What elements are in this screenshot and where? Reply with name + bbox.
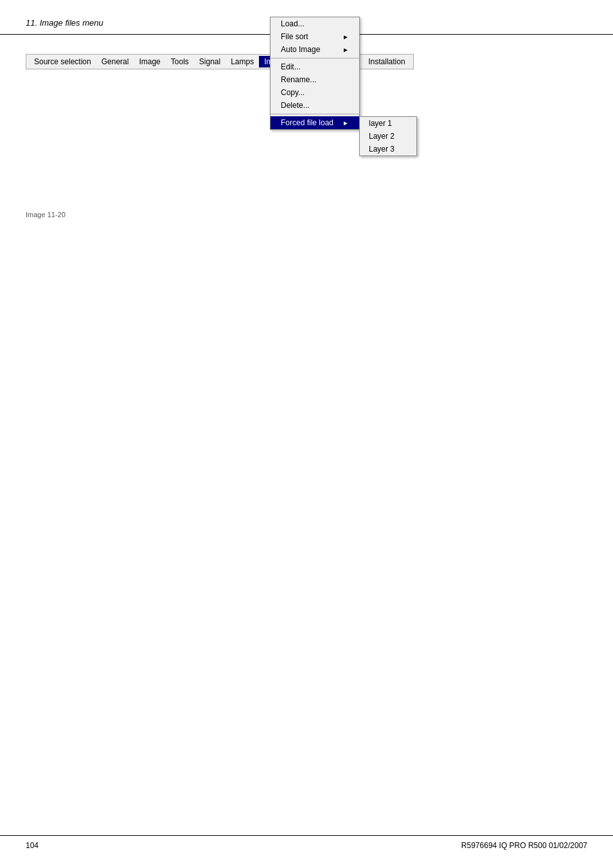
- dropdown-item-edit[interactable]: Edit...: [271, 60, 359, 73]
- menubar-item-general[interactable]: General: [96, 56, 134, 67]
- submenu-item-layer3[interactable]: Layer 3: [360, 143, 416, 155]
- forced-file-load-submenu: layer 1 Layer 2 Layer 3: [359, 116, 417, 156]
- dropdown-item-rename[interactable]: Rename...: [271, 73, 359, 86]
- submenu-item-layer2[interactable]: Layer 2: [360, 130, 416, 143]
- page-footer: 104 R5976694 IQ PRO R500 01/02/2007: [0, 835, 613, 855]
- submenu-arrow-auto-image: ►: [342, 46, 349, 53]
- separator-2: [271, 114, 359, 114]
- content-area: Source selection General Image Tools Sig…: [0, 48, 613, 225]
- separator-1: [271, 58, 359, 58]
- dropdown-item-delete[interactable]: Delete...: [271, 99, 359, 112]
- menubar-item-image[interactable]: Image: [134, 56, 165, 67]
- dropdown-item-auto-image[interactable]: Auto Image ►: [271, 43, 359, 56]
- dropdown-item-copy[interactable]: Copy...: [271, 86, 359, 99]
- dropdown-item-file-sort[interactable]: File sort ►: [271, 30, 359, 43]
- menubar-item-installation[interactable]: Installation: [363, 56, 410, 67]
- page-title: 11. Image files menu: [26, 18, 103, 28]
- menubar-item-signal[interactable]: Signal: [194, 56, 226, 67]
- submenu-item-layer1[interactable]: layer 1: [360, 117, 416, 130]
- image-files-dropdown: Load... File sort ► Auto Image ► Edit...…: [270, 17, 360, 130]
- dropdown-item-forced-file-load[interactable]: Forced file load ►: [271, 116, 359, 129]
- menubar-item-tools[interactable]: Tools: [166, 56, 194, 67]
- menubar-item-lamps[interactable]: Lamps: [226, 56, 259, 67]
- footer-page-number: 104: [26, 841, 39, 850]
- submenu-arrow-forced-file-load: ►: [342, 120, 349, 127]
- submenu-arrow-file-sort: ►: [342, 33, 349, 40]
- footer-doc-info: R5976694 IQ PRO R500 01/02/2007: [461, 841, 587, 850]
- image-caption: Image 11-20: [26, 211, 587, 218]
- dropdown-item-load[interactable]: Load...: [271, 17, 359, 30]
- menubar-item-source-selection[interactable]: Source selection: [29, 56, 96, 67]
- forced-file-load-wrapper: Forced file load ► layer 1 Layer 2 Layer…: [271, 116, 359, 129]
